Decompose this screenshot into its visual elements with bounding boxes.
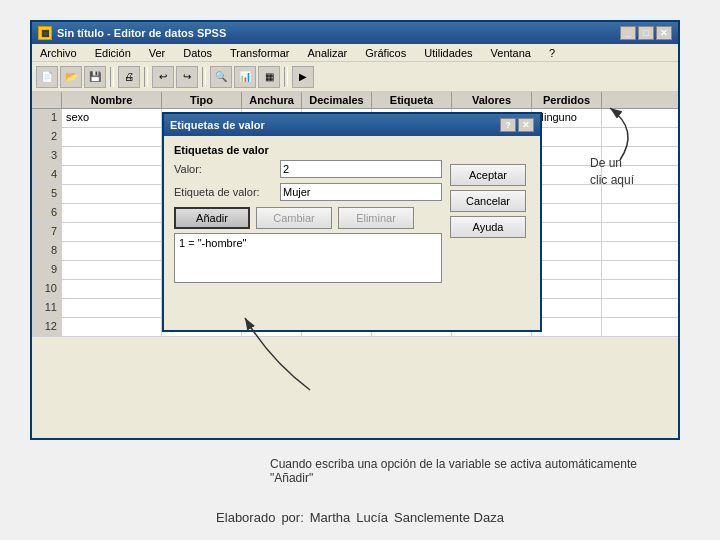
- print-btn[interactable]: 🖨: [118, 66, 140, 88]
- dialog-title-bar: Etiquetas de valor ? ✕: [164, 114, 540, 136]
- ayuda-button[interactable]: Ayuda: [450, 216, 526, 238]
- etiqueta-label: Etiqueta de valor:: [174, 186, 274, 198]
- window-title: Sin título - Editor de datos SPSS: [57, 27, 226, 39]
- save-btn[interactable]: 💾: [84, 66, 106, 88]
- dialog-content: Etiquetas de valor Valor: Etiqueta de va…: [164, 136, 540, 291]
- header-anchura: Anchura: [242, 92, 302, 108]
- aceptar-button[interactable]: Aceptar: [450, 164, 526, 186]
- cell-rownum-2: 2: [32, 128, 62, 146]
- menu-transformar[interactable]: Transformar: [226, 46, 294, 60]
- dialog-close-btn[interactable]: ✕: [518, 118, 534, 132]
- cell-perdidos-1[interactable]: Ninguno: [532, 109, 602, 127]
- author-surname: Sanclemente Daza: [394, 510, 504, 525]
- author-line: Elaborado por: Martha Lucía Sanclemente …: [0, 510, 720, 525]
- chart-btn[interactable]: 📊: [234, 66, 256, 88]
- values-list[interactable]: 1 = "-hombre": [174, 233, 442, 283]
- dialog-title-text: Etiquetas de valor: [170, 119, 265, 131]
- open-btn[interactable]: 📂: [60, 66, 82, 88]
- dialog-right-panel: Aceptar Cancelar Ayuda: [450, 164, 530, 283]
- grid-header: Nombre Tipo Anchura Decimales Etiqueta V…: [32, 92, 678, 109]
- valor-input[interactable]: [280, 160, 442, 178]
- cambiar-button[interactable]: Cambiar: [256, 207, 332, 229]
- title-bar-controls: _ □ ✕: [620, 26, 672, 40]
- por-label: por:: [281, 510, 303, 525]
- dialog-section-label: Etiquetas de valor: [174, 144, 442, 156]
- cell-rownum-1: 1: [32, 109, 62, 127]
- header-etiqueta: Etiqueta: [372, 92, 452, 108]
- redo-btn[interactable]: ↪: [176, 66, 198, 88]
- menu-ventana[interactable]: Ventana: [487, 46, 535, 60]
- toolbar-sep-3: [202, 67, 206, 87]
- elaborado-label: Elaborado: [216, 510, 275, 525]
- menu-edicion[interactable]: Edición: [91, 46, 135, 60]
- spss-window: ▦ Sin título - Editor de datos SPSS _ □ …: [30, 20, 680, 440]
- header-tipo: Tipo: [162, 92, 242, 108]
- annotation-de-un-clic: De unclic aquí: [590, 155, 634, 189]
- etiqueta-input[interactable]: [280, 183, 442, 201]
- list-item[interactable]: 1 = "-hombre": [177, 236, 439, 250]
- cell-nombre-2[interactable]: [62, 128, 162, 146]
- new-file-btn[interactable]: 📄: [36, 66, 58, 88]
- close-button[interactable]: ✕: [656, 26, 672, 40]
- toolbar-sep-2: [144, 67, 148, 87]
- find-btn[interactable]: 🔍: [210, 66, 232, 88]
- menu-bar: Archivo Edición Ver Datos Transformar An…: [32, 44, 678, 62]
- header-valores: Valores: [452, 92, 532, 108]
- cell-nombre-1[interactable]: sexo: [62, 109, 162, 127]
- menu-datos[interactable]: Datos: [179, 46, 216, 60]
- cell-rownum-3: 3: [32, 147, 62, 165]
- run-btn[interactable]: ▶: [292, 66, 314, 88]
- dialog-title-controls: ? ✕: [500, 118, 534, 132]
- author-name1: Martha: [310, 510, 350, 525]
- menu-graficos[interactable]: Gráficos: [361, 46, 410, 60]
- author-name2: Lucía: [356, 510, 388, 525]
- header-perdidos: Perdidos: [532, 92, 602, 108]
- etiquetas-dialog: Etiquetas de valor ? ✕ Etiquetas de valo…: [162, 112, 542, 332]
- header-nombre: Nombre: [62, 92, 162, 108]
- maximize-button[interactable]: □: [638, 26, 654, 40]
- header-rownum: [32, 92, 62, 108]
- dialog-help-btn[interactable]: ?: [500, 118, 516, 132]
- menu-analizar[interactable]: Analizar: [304, 46, 352, 60]
- toolbar-sep-4: [284, 67, 288, 87]
- eliminar-button[interactable]: Eliminar: [338, 207, 414, 229]
- menu-utilidades[interactable]: Utilidades: [420, 46, 476, 60]
- undo-btn[interactable]: ↩: [152, 66, 174, 88]
- anadir-button[interactable]: Añadir: [174, 207, 250, 229]
- vars-btn[interactable]: ▦: [258, 66, 280, 88]
- menu-help[interactable]: ?: [545, 46, 559, 60]
- dialog-left-panel: Etiquetas de valor Valor: Etiqueta de va…: [174, 144, 442, 283]
- cancelar-button[interactable]: Cancelar: [450, 190, 526, 212]
- valor-label: Valor:: [174, 163, 274, 175]
- menu-archivo[interactable]: Archivo: [36, 46, 81, 60]
- screenshot-wrapper: ▦ Sin título - Editor de datos SPSS _ □ …: [0, 0, 720, 540]
- title-bar: ▦ Sin título - Editor de datos SPSS _ □ …: [32, 22, 678, 44]
- valor-row: Valor:: [174, 160, 442, 178]
- header-decimales: Decimales: [302, 92, 372, 108]
- menu-ver[interactable]: Ver: [145, 46, 170, 60]
- callout-text: Cuando escriba una opción de la variable…: [270, 457, 640, 485]
- spss-icon: ▦: [38, 26, 52, 40]
- toolbar: 📄 📂 💾 🖨 ↩ ↪ 🔍 📊 ▦ ▶: [32, 62, 678, 92]
- minimize-button[interactable]: _: [620, 26, 636, 40]
- toolbar-sep-1: [110, 67, 114, 87]
- etiqueta-row: Etiqueta de valor:: [174, 183, 442, 201]
